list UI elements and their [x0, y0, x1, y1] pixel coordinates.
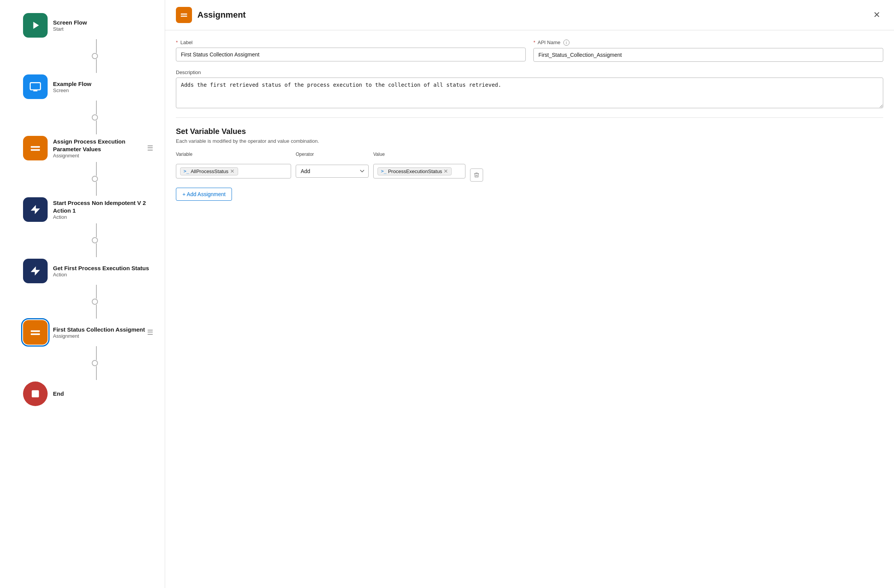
value-tag-input[interactable]: >_ ProcessExecutionStatus ✕: [373, 164, 465, 178]
description-group: Description Adds the first retrieved sta…: [176, 69, 883, 108]
connector-circle: [92, 176, 98, 182]
svg-rect-8: [31, 330, 40, 332]
node-label-first-status: First Status Collection Assigment Assign…: [53, 326, 145, 339]
flow-node-example-flow[interactable]: Example Flow Screen: [8, 73, 157, 101]
variable-tag-label: AllProcessStatus: [190, 168, 228, 174]
flow-node-screen-flow[interactable]: Screen Flow Start: [8, 12, 157, 39]
node-icon-action-2: [23, 259, 48, 283]
node-label-end: End: [53, 390, 64, 398]
variable-tag-icon: >_: [184, 168, 189, 174]
options-icon-first-status[interactable]: ☰: [147, 328, 153, 337]
flow-container: Screen Flow Start Example Flow Screen: [8, 12, 157, 408]
connector-line: [96, 121, 97, 134]
flow-node-first-status[interactable]: First Status Collection Assigment Assign…: [8, 319, 157, 346]
node-subtitle-get-first: Action: [53, 272, 149, 277]
connector-circle: [92, 299, 98, 305]
right-panel: Assignment ✕ * Label * API Name i: [165, 0, 894, 588]
panel-header-left: Assignment: [176, 7, 246, 23]
node-title-end: End: [53, 390, 64, 398]
api-name-input[interactable]: [533, 48, 883, 62]
connector-line: [96, 346, 97, 360]
variable-row: >_ AllProcessStatus ✕ Add Equals Add Sub…: [176, 161, 883, 182]
label-input[interactable]: [176, 48, 526, 61]
node-title-screen-flow: Screen Flow: [53, 19, 87, 26]
node-icon-screen: [23, 74, 48, 99]
value-tag-label: ProcessExecutionStatus: [388, 168, 442, 174]
svg-rect-9: [31, 334, 40, 335]
api-name-info-icon[interactable]: i: [563, 40, 570, 46]
connector-line: [96, 305, 97, 319]
delete-row-button[interactable]: [470, 168, 483, 182]
connector-line: [96, 101, 97, 114]
node-subtitle-assign-process: Assignment: [53, 153, 147, 159]
node-title-first-status: First Status Collection Assigment: [53, 326, 145, 334]
panel-body: * Label * API Name i Description Adds th…: [165, 30, 894, 588]
connector-line: [96, 243, 97, 257]
flow-node-get-first[interactable]: Get First Process Execution Status Actio…: [8, 257, 157, 285]
node-title-example-flow: Example Flow: [53, 80, 91, 88]
svg-marker-7: [31, 266, 40, 276]
connector-line: [96, 182, 97, 196]
operator-col: Add Equals Add Subtract Multiply: [296, 165, 369, 178]
node-title-assign-process: Assign Process Execution Parameter Value…: [53, 138, 147, 153]
node-label-screen-flow: Screen Flow Start: [53, 19, 87, 32]
variable-tag: >_ AllProcessStatus ✕: [180, 167, 238, 175]
svg-rect-4: [31, 146, 40, 148]
connector-circle: [92, 360, 98, 366]
label-group: * Label: [176, 40, 526, 62]
col-header-operator: Operator: [296, 152, 369, 157]
api-name-group: * API Name i: [533, 40, 883, 62]
set-variable-desc: Each variable is modified by the operato…: [176, 138, 883, 144]
value-col: >_ ProcessExecutionStatus ✕: [373, 164, 465, 178]
svg-marker-0: [33, 22, 39, 29]
variable-col: >_ AllProcessStatus ✕: [176, 164, 291, 178]
node-label-start-process: Start Process Non Idempotent V 2 Action …: [53, 199, 157, 220]
description-textarea[interactable]: Adds the first retrieved status of the p…: [176, 78, 883, 108]
connector-circle: [92, 237, 98, 243]
svg-marker-6: [31, 205, 40, 214]
connector-line: [96, 366, 97, 380]
variable-tag-input[interactable]: >_ AllProcessStatus ✕: [176, 164, 291, 178]
svg-rect-11: [181, 13, 187, 15]
value-tag: >_ ProcessExecutionStatus ✕: [377, 167, 452, 175]
node-icon-assignment-1: [23, 136, 48, 160]
panel-header: Assignment ✕: [165, 0, 894, 30]
connector-line: [96, 59, 97, 73]
column-headers: Variable Operator Value: [176, 152, 883, 159]
connector-circle: [92, 53, 98, 59]
svg-rect-5: [31, 149, 40, 151]
left-panel: Screen Flow Start Example Flow Screen: [0, 0, 165, 588]
svg-rect-1: [30, 83, 41, 90]
node-label-example-flow: Example Flow Screen: [53, 80, 91, 94]
node-label-assign-process: Assign Process Execution Parameter Value…: [53, 138, 147, 159]
add-assignment-button[interactable]: + Add Assignment: [176, 188, 232, 201]
section-divider: [176, 117, 883, 118]
flow-node-end[interactable]: End: [8, 380, 157, 408]
flow-node-assign-process[interactable]: Assign Process Execution Parameter Value…: [8, 134, 157, 162]
operator-select[interactable]: Add Equals Add Subtract Multiply: [296, 165, 369, 178]
node-icon-end: [23, 382, 48, 406]
svg-rect-12: [181, 16, 187, 17]
node-icon-start: [23, 13, 48, 38]
node-subtitle-example-flow: Screen: [53, 88, 91, 93]
api-name-field-label: * API Name i: [533, 40, 883, 46]
add-assignment-label: + Add Assignment: [182, 191, 225, 197]
flow-node-start-process[interactable]: Start Process Non Idempotent V 2 Action …: [8, 196, 157, 223]
col-header-variable: Variable: [176, 152, 291, 157]
node-label-get-first: Get First Process Execution Status Actio…: [53, 264, 149, 278]
label-api-row: * Label * API Name i: [176, 40, 883, 62]
node-title-start-process: Start Process Non Idempotent V 2 Action …: [53, 199, 157, 214]
value-tag-remove[interactable]: ✕: [444, 168, 448, 174]
variable-tag-remove[interactable]: ✕: [230, 168, 235, 174]
value-tag-icon: >_: [381, 168, 386, 174]
panel-title: Assignment: [197, 10, 246, 20]
close-button[interactable]: ✕: [870, 8, 883, 21]
connector-line: [96, 285, 97, 299]
label-field-label: * Label: [176, 40, 526, 45]
node-subtitle-first-status: Assignment: [53, 333, 145, 339]
options-icon-assign[interactable]: ☰: [147, 144, 153, 152]
node-icon-assignment-2-selected: [23, 320, 48, 345]
panel-header-assignment-icon: [176, 7, 192, 23]
set-variable-title: Set Variable Values: [176, 127, 883, 136]
connector-circle: [92, 114, 98, 121]
